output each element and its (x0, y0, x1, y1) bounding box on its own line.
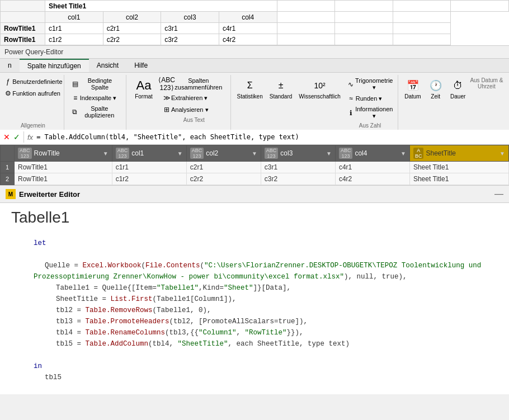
cell-2-col2[interactable]: c2r2 (186, 173, 261, 185)
cell-r1c2[interactable]: c2r1 (103, 23, 161, 34)
filter-icon-col2[interactable]: ▼ (252, 150, 257, 157)
btn-benutzerdefinierte[interactable]: ƒ Benutzerdefinierte (1, 76, 64, 87)
data-grid-wrapper: ABC123 RowTitle ▼ ABC123 col1 ▼ (0, 145, 509, 185)
code-quelle2: Prozessoptimierung Zrenner\KonwHow - pow… (34, 271, 492, 282)
cell-1-rowtitle[interactable]: RowTitle1 (15, 162, 112, 173)
adv-editor-title-text: Erweiterter Editor (19, 190, 80, 199)
analyze-icon: ⊞ (162, 105, 171, 114)
cell-1-col3[interactable]: c3r1 (261, 162, 335, 173)
btn-wissenschaftlich[interactable]: 10² Wissenschaftlich (296, 76, 343, 101)
col-header-rowtitle[interactable]: ABC123 RowTitle ▼ (15, 145, 112, 162)
btn-zeit[interactable]: 🕐 Zeit (425, 76, 446, 101)
btn-informationen[interactable]: ℹ Informationen ▾ (345, 105, 395, 121)
type-badge-rowtitle: ABC123 (18, 148, 32, 159)
adv-editor-minimize-btn[interactable]: — (494, 189, 503, 199)
formula-cancel-btn[interactable]: ✕ (3, 133, 10, 141)
tab-n[interactable]: n (0, 59, 20, 72)
type-badge-col1: ABC123 (116, 148, 130, 159)
cell-r2c3[interactable]: c3r2 (161, 34, 219, 45)
cell-1-col2[interactable]: c2r1 (186, 162, 261, 173)
func-icon: ƒ (3, 77, 12, 86)
cell-r2c2[interactable]: c2r2 (103, 34, 161, 45)
cell-2-sheettitle[interactable]: Sheet Title1 (409, 173, 508, 185)
cell-2-col3[interactable]: c3r2 (261, 173, 335, 185)
ribbon-group-spalte: ▤ Bedingte Spalte ≡ Indexspalte ▾ ⧉ Spal… (65, 75, 126, 130)
cell-1-col1[interactable]: c1r1 (112, 162, 186, 173)
cell-r1c3[interactable]: c3r1 (161, 23, 219, 34)
col-header-col2[interactable]: ABC123 col2 ▼ (186, 145, 261, 162)
formula-confirm-btn[interactable]: ✓ (13, 133, 20, 141)
trig-icon: ∿ (347, 80, 355, 89)
btn-dauer[interactable]: ⏱ Dauer (447, 76, 469, 101)
round-icon: ≈ (347, 94, 356, 103)
editor-title-row: Anzeigeoption Tabelle1 (11, 209, 498, 232)
aus-zahl-label: Aus Zahl (345, 121, 395, 130)
filter-icon-col3[interactable]: ▼ (326, 150, 332, 157)
filter-icon-col1[interactable]: ▼ (177, 150, 183, 157)
editor-content: Anzeigeoption Tabelle1 let Quelle = Exce… (0, 203, 509, 394)
btn-format[interactable]: Aa Format (130, 76, 158, 101)
allgemein-label: Allgemein (21, 121, 45, 130)
filter-icon-col4[interactable]: ▼ (400, 150, 406, 157)
cell-2-col4[interactable]: c4r2 (335, 173, 409, 185)
btn-runden[interactable]: ≈ Runden ▾ (345, 93, 395, 104)
btn-statistiken[interactable]: Σ Statistiken (234, 76, 266, 101)
btn-indexspalte[interactable]: ≡ Indexspalte ▾ (69, 92, 122, 103)
merge-icon: ⟨ABC 123⟩ (162, 79, 171, 88)
pq-title-bar: Power Query-Editor (0, 46, 509, 59)
cell-1-sheettitle[interactable]: Sheet Title1 (409, 162, 508, 173)
btn-trigonometrie[interactable]: ∿ Trigonometrie ▾ (345, 76, 395, 92)
code-tbl5: tbl5 = Table.AddColumn(tbl4, "SheetTitle… (34, 338, 492, 350)
btn-extrahieren[interactable]: ≫ Extrahieren ▾ (160, 92, 228, 103)
datum-icon: 📅 (405, 78, 421, 93)
filter-icon-rowtitle[interactable]: ▼ (103, 150, 109, 157)
cell-r2c4[interactable]: c4r2 (219, 34, 277, 45)
code-tbl3: tbl3 = Table.PromoteHeaders(tbl2, [Promo… (34, 316, 492, 327)
col-header-sheettitle[interactable]: ABC SheetTitle ▼ (409, 145, 508, 162)
spalte-col: ▤ Bedingte Spalte ≡ Indexspalte ▾ ⧉ Spal… (69, 76, 122, 120)
formula-bar: ✕ ✓ fx (0, 130, 509, 145)
col-header-col4[interactable]: ABC123 col4 ▼ (335, 145, 409, 162)
cell-1-col4[interactable]: c4r1 (335, 162, 409, 173)
col-header-1: col1 (45, 12, 103, 23)
btn-datum[interactable]: 📅 Datum (402, 76, 423, 101)
table-row: 1 RowTitle1 c1r1 c2r1 c3r1 c4r1 Sheet Ti… (1, 162, 509, 173)
sheet-title: Sheet Title1 (45, 1, 277, 12)
col-header-4: col4 (219, 12, 277, 23)
btn-funktion-aufrufen[interactable]: ⚙ Funktion aufrufen (1, 88, 64, 99)
cell-r1c4[interactable]: c4r1 (219, 23, 277, 34)
duplicate-icon: ⧉ (71, 107, 79, 116)
cell-2-col1[interactable]: c1r2 (112, 173, 186, 185)
code-let: let (34, 238, 492, 249)
tab-hilfe[interactable]: Hilfe (126, 59, 155, 72)
allgemein-col: ƒ Benutzerdefinierte ⚙ Funktion aufrufen (1, 76, 64, 99)
btn-spalte-duplizieren[interactable]: ⧉ Spalte duplizieren (69, 104, 122, 120)
ribbon-group-aus-datum: 📅 Datum 🕐 Zeit ⏱ Dauer Au (399, 75, 507, 130)
row-header-2: RowTitle1 (1, 34, 45, 45)
spalte-buttons: ▤ Bedingte Spalte ≡ Indexspalte ▾ ⧉ Spal… (69, 76, 122, 128)
col-header-col3[interactable]: ABC123 col3 ▼ (261, 145, 335, 162)
code-tbl2: tbl2 = Table.RemoveRows(Tabelle1, 0), (34, 305, 492, 316)
cell-2-rowtitle[interactable]: RowTitle1 (15, 173, 112, 185)
ribbon-group-allgemein: ƒ Benutzerdefinierte ⚙ Funktion aufrufen… (2, 75, 64, 130)
tab-spalte-hinzufuegen[interactable]: Spalte hinzufügen (20, 59, 89, 72)
row-header-1: RowTitle1 (1, 23, 45, 34)
table-row: 2 RowTitle1 c1r2 c2r2 c3r2 c4r2 Sheet Ti… (1, 173, 509, 185)
cell-r1c1[interactable]: c1r1 (45, 23, 103, 34)
formula-input[interactable] (36, 133, 506, 141)
standard-icon: ± (273, 78, 289, 93)
btn-standard[interactable]: ± Standard (267, 76, 295, 101)
btn-analysieren[interactable]: ⊞ Analysieren ▾ (160, 104, 228, 115)
row-num-1: 1 (1, 162, 15, 173)
col-header-col1[interactable]: ABC123 col1 ▼ (112, 145, 186, 162)
cell-r2c1[interactable]: c1r2 (45, 34, 103, 45)
format-label: Format (135, 93, 153, 100)
type-badge-col3: ABC123 (265, 148, 279, 159)
btn-bedingte-spalte[interactable]: ▤ Bedingte Spalte (69, 76, 122, 92)
row-header-empty (1, 12, 45, 23)
code-editor[interactable]: let Quelle = Excel.Workbook(File.Content… (11, 232, 498, 389)
btn-spalten-zusammenfuehren[interactable]: ⟨ABC 123⟩ Spalten zusammenführen (160, 76, 228, 92)
tab-ansicht[interactable]: Ansicht (89, 59, 126, 72)
col-header-3: col3 (161, 12, 219, 23)
filter-icon-sheettitle[interactable]: ▼ (499, 150, 505, 157)
